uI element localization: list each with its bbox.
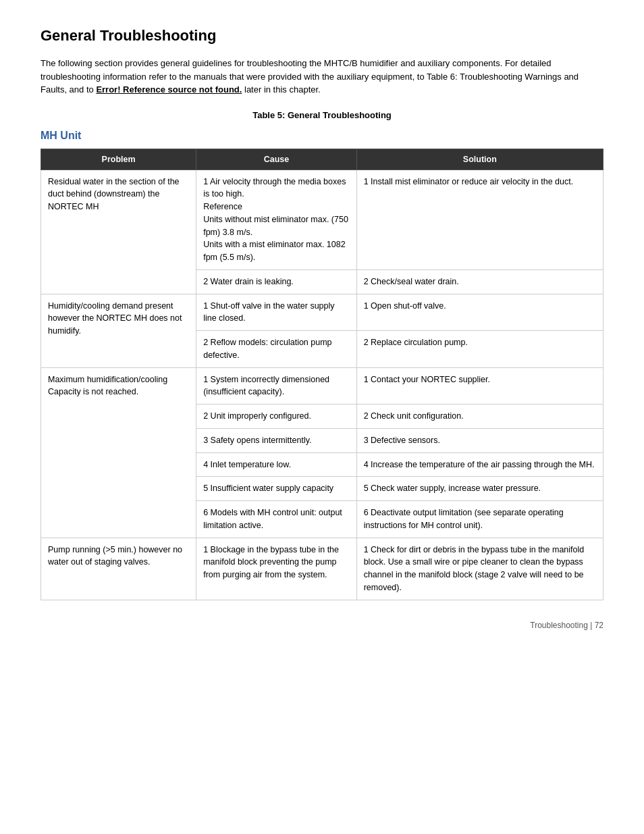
cause-cell: 2 Reflow models: circulation pump defect… <box>196 331 356 368</box>
solution-cell: 1 Open shut-off valve. <box>356 294 603 331</box>
cause-cell: 4 Inlet temperature low. <box>196 452 356 477</box>
table-row: Humidity/cooling demand present however … <box>41 294 603 331</box>
cause-cell: 1 Shut-off valve in the water supply lin… <box>196 294 356 331</box>
problem-cell: Maximum humidification/cooling Capacity … <box>41 367 196 538</box>
intro-paragraph: The following section provides general g… <box>41 57 603 97</box>
table-caption: Table 5: General Troubleshooting <box>41 110 603 120</box>
problem-cell: Residual water in the section of the duc… <box>41 170 196 294</box>
cause-cell: 3 Safety opens intermittently. <box>196 428 356 452</box>
cause-cell: 2 Unit improperly configured. <box>196 405 356 429</box>
cause-cell: 5 Insufficient water supply capacity <box>196 477 356 501</box>
page-footer: Troubleshooting | 72 <box>41 621 603 630</box>
solution-cell: 1 Install mist eliminator or reduce air … <box>356 170 603 269</box>
solution-cell: 2 Check/seal water drain. <box>356 269 603 294</box>
solution-cell: 1 Contact your NORTEC supplier. <box>356 367 603 405</box>
solution-cell: 2 Check unit configuration. <box>356 405 603 429</box>
cause-cell: 6 Models with MH control unit: output li… <box>196 501 356 538</box>
solution-cell: 5 Check water supply, increase water pre… <box>356 477 603 501</box>
intro-text-suffix: later in this chapter. <box>242 84 320 95</box>
troubleshooting-table: Problem Cause Solution Residual water in… <box>41 149 603 600</box>
solution-cell: 1 Check for dirt or debris in the bypass… <box>356 538 603 600</box>
col-header-problem: Problem <box>41 149 196 170</box>
solution-cell: 2 Replace circulation pump. <box>356 331 603 368</box>
cause-cell: 1 Blockage in the bypass tube in the man… <box>196 538 356 600</box>
cause-cell: 2 Water drain is leaking. <box>196 269 356 294</box>
error-ref: Error! Reference source not found. <box>96 84 242 95</box>
problem-cell: Pump running (>5 min.) however no water … <box>41 538 196 600</box>
problem-cell: Humidity/cooling demand present however … <box>41 294 196 367</box>
table-row: Maximum humidification/cooling Capacity … <box>41 367 603 405</box>
col-header-cause: Cause <box>196 149 356 170</box>
page-title: General Troubleshooting <box>41 27 603 45</box>
cause-cell: 1 System incorrectly dimensioned (insuff… <box>196 367 356 405</box>
section-title: MH Unit <box>41 130 603 142</box>
footer-text: Troubleshooting | 72 <box>530 621 603 630</box>
cause-cell: 1 Air velocity through the media boxes i… <box>196 170 356 269</box>
col-header-solution: Solution <box>356 149 603 170</box>
solution-cell: 3 Defective sensors. <box>356 428 603 452</box>
table-row: Residual water in the section of the duc… <box>41 170 603 269</box>
solution-cell: 6 Deactivate output limitation (see sepa… <box>356 501 603 538</box>
solution-cell: 4 Increase the temperature of the air pa… <box>356 452 603 477</box>
table-row: Pump running (>5 min.) however no water … <box>41 538 603 600</box>
